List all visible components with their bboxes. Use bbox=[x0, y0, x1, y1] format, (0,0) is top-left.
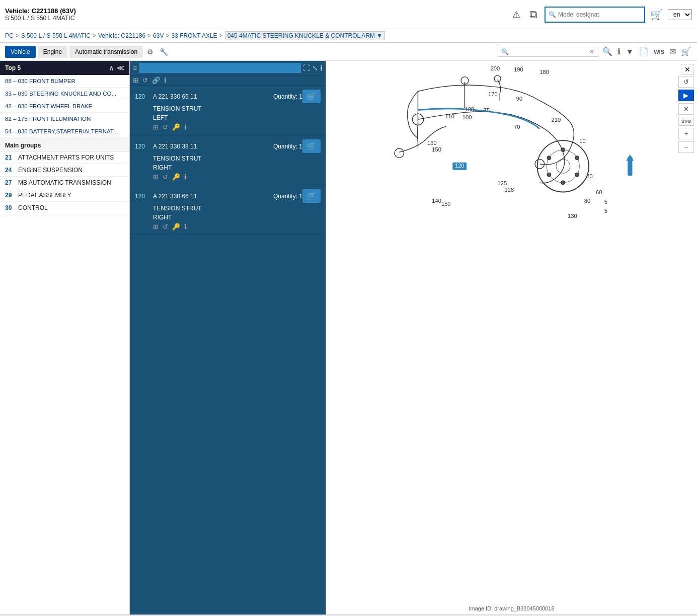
part-1-name2: LEFT bbox=[153, 114, 321, 121]
svg-text:128: 128 bbox=[505, 187, 514, 193]
part-3-quantity: Quantity: 1 bbox=[273, 193, 302, 200]
sidebar-group-24-num: 24 bbox=[5, 167, 15, 174]
svg-text:120: 120 bbox=[455, 163, 464, 169]
part-3-grid-icon[interactable]: ⊞ bbox=[153, 223, 159, 230]
sidebar-item-front-illumination[interactable]: 82 – 175 FRONT ILLUMINATION bbox=[0, 113, 129, 125]
tab-tools-icon[interactable]: 🔧 bbox=[158, 47, 170, 57]
wis-icon[interactable]: WIS bbox=[653, 48, 665, 56]
sidebar-group-24[interactable]: 24 ENGINE SUSPENSION bbox=[0, 164, 129, 177]
toolbar-row: Vehicle Engine Automatic transmission ⚙ … bbox=[0, 43, 697, 61]
part-2-key-icon[interactable]: 🔑 bbox=[172, 173, 180, 181]
part-1-add-to-cart[interactable]: 🛒 bbox=[302, 90, 321, 103]
breadcrumb-pc[interactable]: PC bbox=[5, 32, 14, 39]
part-2-refresh-icon[interactable]: ↺ bbox=[163, 173, 168, 181]
sidebar-item-front-wheel-brake[interactable]: 42 – 030 FRONT WHEEL BRAKE bbox=[0, 100, 129, 113]
center-expand-icon[interactable]: ⛶ bbox=[303, 64, 310, 72]
svg-point-4 bbox=[575, 156, 579, 160]
sidebar-group-21[interactable]: 21 ATTACHMENT PARTS FOR UNITS bbox=[0, 151, 129, 164]
zoom-in-icon[interactable]: 🔍 bbox=[601, 46, 613, 57]
part-3-add-to-cart[interactable]: 🛒 bbox=[302, 189, 321, 203]
part-1-key-icon[interactable]: 🔑 bbox=[172, 123, 180, 131]
cart-toolbar-icon[interactable]: 🛒 bbox=[680, 46, 692, 57]
part-3-key-icon[interactable]: 🔑 bbox=[172, 223, 180, 230]
sidebar-item-battery[interactable]: 54 – 030 BATTERY,STARTER/ALTERNAT... bbox=[0, 125, 129, 138]
svg-text:200: 200 bbox=[491, 65, 500, 71]
svg-text:10: 10 bbox=[579, 138, 585, 144]
center-info-icon[interactable]: ℹ bbox=[320, 64, 323, 72]
parts-list: 120 A 221 330 65 11 Quantity: 1 🛒 TENSIO… bbox=[130, 86, 326, 614]
center-panel: ≡ ⛶ ⤡ ℹ ⊞ ↺ 🔗 ℹ 120 A 221 330 65 11 Quan… bbox=[130, 61, 326, 614]
part-2-grid-icon[interactable]: ⊞ bbox=[153, 173, 159, 181]
info-icon[interactable]: ℹ bbox=[616, 46, 622, 57]
breadcrumb-63v[interactable]: 63V bbox=[153, 32, 164, 39]
sidebar-group-29[interactable]: 29 PEDAL ASSEMBLY bbox=[0, 189, 129, 202]
diagram-refresh-icon[interactable]: ↺ bbox=[678, 76, 694, 88]
model-search-input[interactable] bbox=[558, 11, 634, 18]
breadcrumb-current-dropdown[interactable]: 045 4MATIC STEERING KNUCKLE & CONTROL AR… bbox=[225, 31, 385, 40]
part-2-info-icon[interactable]: ℹ bbox=[184, 173, 187, 181]
sidebar-close-icon[interactable]: ≪ bbox=[117, 64, 124, 72]
breadcrumb-front-axle[interactable]: 33 FRONT AXLE bbox=[171, 32, 217, 39]
diagram-zoom-in-icon[interactable]: + bbox=[678, 128, 694, 139]
sidebar-group-27[interactable]: 27 MB AUTOMATIC TRANSMISSION bbox=[0, 177, 129, 189]
svg-text:190: 190 bbox=[514, 66, 523, 72]
part-2-add-to-cart[interactable]: 🛒 bbox=[302, 139, 321, 153]
svg-point-13 bbox=[395, 148, 404, 158]
svg-text:210: 210 bbox=[552, 117, 561, 123]
breadcrumb-s500[interactable]: S 500 L / S 550 L 4MATIC bbox=[21, 32, 91, 39]
sidebar-header-icons: ∧ ≪ bbox=[109, 64, 124, 72]
svg-text:150: 150 bbox=[441, 201, 451, 207]
center-grid-icon[interactable]: ⊞ bbox=[133, 76, 138, 84]
diagram-side-toolbar: ↺ ▶ ✕ SVG + − bbox=[678, 76, 694, 153]
toolbar-right-icons: 🔍 ✕ 🔍 ℹ ▼ 📄 WIS ✉ 🛒 bbox=[498, 46, 692, 57]
part-item-1: 120 A 221 330 65 11 Quantity: 1 🛒 TENSIO… bbox=[130, 86, 326, 135]
diagram-blue-arrow-icon[interactable]: ▶ bbox=[678, 90, 694, 101]
center-view-icon[interactable]: ≡ bbox=[133, 64, 137, 72]
vehicle-title: Vehicle: C221186 (63V) bbox=[5, 7, 76, 15]
sidebar-group-30[interactable]: 30 CONTROL bbox=[0, 202, 129, 214]
part-3-refresh-icon[interactable]: ↺ bbox=[163, 223, 168, 230]
tab-engine[interactable]: Engine bbox=[38, 46, 67, 58]
breadcrumb-vehicle[interactable]: Vehicle: C221186 bbox=[98, 32, 145, 39]
svg-point-1 bbox=[547, 150, 579, 183]
warning-button[interactable]: ⚠ bbox=[510, 8, 522, 21]
part-2-position: 120 bbox=[135, 143, 150, 150]
tab-automatic-transmission[interactable]: Automatic transmission bbox=[69, 46, 143, 58]
center-detail-icon[interactable]: ℹ bbox=[164, 76, 167, 84]
sidebar-item-steering-knuckle[interactable]: 33 – 030 STEERING KNUCKLE AND CO... bbox=[0, 88, 129, 100]
tab-vehicle[interactable]: Vehicle bbox=[5, 46, 36, 58]
sidebar-group-21-label: ATTACHMENT PARTS FOR UNITS bbox=[18, 154, 114, 161]
filter-icon[interactable]: ▼ bbox=[625, 46, 635, 57]
diagram-close-x-icon[interactable]: ✕ bbox=[678, 103, 694, 115]
center-fullscreen-icon[interactable]: ⤡ bbox=[312, 64, 318, 72]
part-item-2: 120 A 221 330 38 11 Quantity: 1 🛒 TENSIO… bbox=[130, 135, 326, 185]
part-3-info-icon[interactable]: ℹ bbox=[184, 223, 187, 230]
email-icon[interactable]: ✉ bbox=[668, 46, 677, 57]
diagram-close-button[interactable]: ✕ bbox=[681, 64, 694, 75]
part-1-info-icon[interactable]: ℹ bbox=[184, 123, 187, 131]
part-3-id: A 221 330 66 11 bbox=[153, 193, 273, 200]
diagram-area: ✕ ↺ ▶ ✕ SVG + − bbox=[326, 61, 697, 614]
part-search-clear-icon[interactable]: ✕ bbox=[589, 48, 594, 55]
sidebar-item-front-bumper[interactable]: 88 – 030 FRONT BUMPER bbox=[0, 75, 129, 88]
tab-settings-icon[interactable]: ⚙ bbox=[145, 47, 156, 57]
cart-button[interactable]: 🛒 bbox=[650, 9, 663, 21]
part-1-grid-icon[interactable]: ⊞ bbox=[153, 123, 159, 131]
language-selector[interactable]: en de fr bbox=[668, 9, 692, 20]
part-1-refresh-icon[interactable]: ↺ bbox=[163, 123, 168, 131]
diagram-svg-icon[interactable]: SVG bbox=[678, 117, 694, 126]
document-icon[interactable]: 📄 bbox=[638, 46, 650, 57]
svg-text:70: 70 bbox=[514, 124, 520, 130]
diagram-zoom-out-icon[interactable]: − bbox=[678, 141, 694, 153]
vehicle-subtitle: S 500 L / S 550 L 4MATIC bbox=[5, 15, 76, 22]
copy-button[interactable]: ⧉ bbox=[527, 7, 539, 22]
part-item-2-header: 120 A 221 330 38 11 Quantity: 1 🛒 bbox=[135, 139, 321, 153]
model-search-container: 🔍 bbox=[545, 7, 645, 23]
center-link-icon[interactable]: 🔗 bbox=[152, 76, 160, 84]
center-refresh-icon[interactable]: ↺ bbox=[142, 76, 148, 84]
sidebar-collapse-icon[interactable]: ∧ bbox=[109, 64, 114, 72]
center-search-input[interactable] bbox=[139, 63, 301, 73]
part-search-input[interactable] bbox=[509, 48, 589, 55]
chevron-down-icon: ▼ bbox=[376, 32, 382, 39]
part-2-name2: RIGHT bbox=[153, 164, 321, 171]
